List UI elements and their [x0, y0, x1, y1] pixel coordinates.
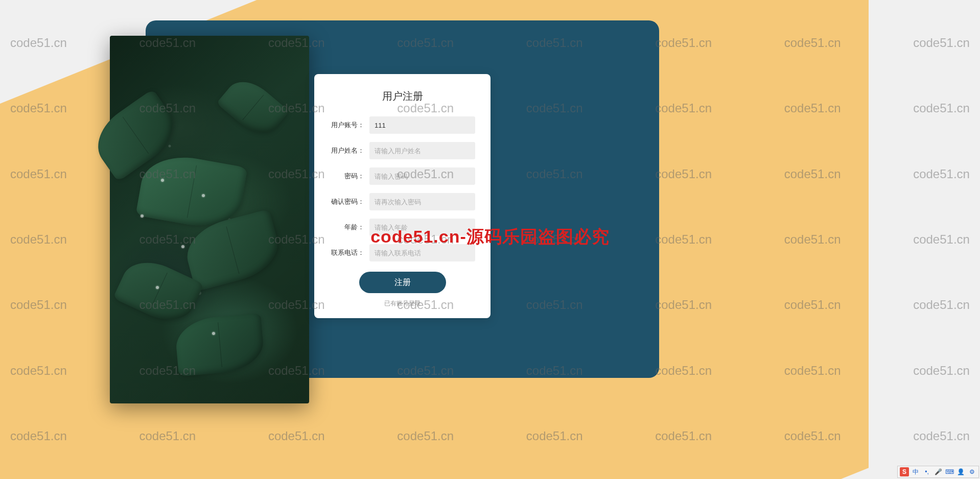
register-button[interactable]: 注册	[359, 272, 446, 293]
name-label: 用户姓名：	[330, 146, 369, 155]
age-row: 年龄：	[330, 219, 475, 236]
account-row: 用户账号：	[330, 116, 475, 134]
registration-panel: 用户注册 用户账号： 用户姓名： 密码： 确认密码： 年龄： 联系电话： 注册 …	[146, 20, 659, 378]
ime-lang-icon[interactable]: 中	[911, 467, 920, 476]
ime-punct-icon[interactable]: •,	[922, 467, 931, 476]
phone-input[interactable]	[369, 244, 475, 261]
age-input[interactable]	[369, 219, 475, 236]
phone-row: 联系电话：	[330, 244, 475, 261]
name-input[interactable]	[369, 142, 475, 159]
login-link[interactable]: 已有账号登录	[330, 299, 475, 308]
account-input[interactable]	[369, 116, 475, 134]
confirm-input[interactable]	[369, 193, 475, 210]
password-input[interactable]	[369, 167, 475, 185]
ime-logo-icon[interactable]: S	[900, 467, 909, 476]
decorative-image	[110, 36, 309, 403]
ime-mic-icon[interactable]: 🎤	[934, 467, 943, 476]
ime-toolbar: S 中 •, 🎤 ⌨ 👤 ⚙	[897, 466, 979, 478]
registration-form: 用户注册 用户账号： 用户姓名： 密码： 确认密码： 年龄： 联系电话： 注册 …	[314, 74, 491, 318]
form-title: 用户注册	[330, 89, 475, 103]
confirm-row: 确认密码：	[330, 193, 475, 210]
ime-keyboard-icon[interactable]: ⌨	[945, 467, 954, 476]
phone-label: 联系电话：	[330, 248, 369, 257]
password-row: 密码：	[330, 167, 475, 185]
confirm-label: 确认密码：	[330, 197, 369, 206]
password-label: 密码：	[330, 172, 369, 181]
age-label: 年龄：	[330, 223, 369, 232]
account-label: 用户账号：	[330, 121, 369, 130]
name-row: 用户姓名：	[330, 142, 475, 159]
ime-settings-icon[interactable]: ⚙	[967, 467, 976, 476]
ime-user-icon[interactable]: 👤	[956, 467, 965, 476]
